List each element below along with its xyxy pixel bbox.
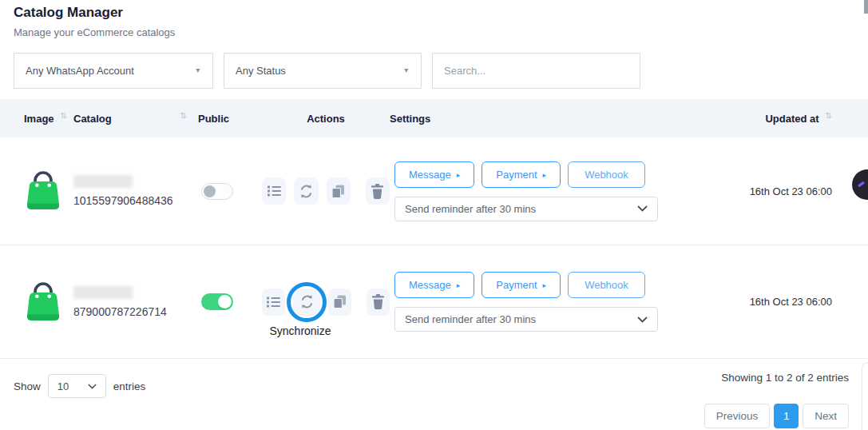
sort-icon[interactable]: ⇅: [61, 111, 67, 120]
settings-cell: Message ▸ Payment ▸ Webhook Send reminde…: [390, 161, 695, 221]
redacted-catalog-name: [73, 286, 133, 299]
public-toggle-off[interactable]: [201, 183, 233, 200]
search-input[interactable]: [433, 54, 640, 88]
page-title: Catalog Manager: [14, 5, 854, 21]
column-header-settings: Settings: [390, 113, 695, 125]
message-button[interactable]: Message ▸: [394, 161, 474, 188]
column-header-actions: Actions: [262, 113, 390, 125]
chevron-down-icon: [637, 205, 648, 212]
catalog-cell: 879000787226714: [73, 286, 198, 318]
toggle-knob: [204, 185, 216, 197]
duplicate-button[interactable]: [328, 289, 351, 316]
pagination: Previous 1 Next: [704, 404, 849, 428]
table-row: 879000787226714: [0, 245, 868, 359]
payment-button[interactable]: Payment ▸: [482, 272, 561, 298]
show-entries: Show 10 entries: [14, 374, 145, 398]
details-button[interactable]: [262, 177, 286, 205]
whatsapp-account-select[interactable]: Any WhatsApp Account ▼: [14, 53, 213, 89]
public-toggle-on[interactable]: [201, 293, 233, 310]
scrollbar-thumb[interactable]: [864, 0, 868, 14]
public-cell: [198, 293, 262, 310]
webhook-button[interactable]: Webhook: [568, 161, 645, 188]
shopping-bag-icon: [24, 168, 62, 214]
caret-down-icon: ▼: [403, 67, 410, 75]
caret-down-icon: ▼: [195, 67, 202, 75]
next-page-button[interactable]: Next: [803, 404, 849, 428]
catalog-id: 1015597906488436: [73, 194, 198, 207]
reminder-select[interactable]: Send reminder after 30 mins: [394, 307, 658, 332]
updated-at-cell: 16th Oct 23 06:00: [695, 185, 832, 197]
settings-buttons: Message ▸ Payment ▸ Webhook: [394, 161, 695, 188]
page-header: Catalog Manager Manage your eCommerce ca…: [0, 0, 868, 38]
chevron-down-icon: [637, 317, 648, 323]
page-size-value: 10: [57, 380, 69, 392]
sort-icon[interactable]: ⇅: [826, 111, 832, 120]
duplicate-button[interactable]: [327, 177, 351, 205]
caret-right-icon: ▸: [457, 281, 461, 289]
chevron-down-icon: [88, 384, 97, 389]
reminder-select[interactable]: Send reminder after 30 mins: [394, 197, 658, 221]
catalog-cell: 1015597906488436: [73, 175, 198, 207]
column-header-public: Public: [198, 113, 262, 125]
column-header-updated-at[interactable]: Updated at ⇅: [695, 113, 832, 125]
show-label: Show: [14, 380, 41, 392]
delete-button[interactable]: [367, 289, 390, 316]
table-footer: Show 10 entries Showing 1 to 2 of 2 entr…: [0, 359, 868, 428]
current-page-button[interactable]: 1: [774, 404, 799, 428]
catalog-id: 879000787226714: [73, 305, 198, 318]
settings-cell: Message ▸ Payment ▸ Webhook Send reminde…: [390, 272, 695, 332]
column-header-catalog[interactable]: Catalog ⇅: [73, 113, 198, 125]
actions-cell: [262, 177, 390, 205]
previous-page-button[interactable]: Previous: [704, 404, 771, 428]
page-size-select[interactable]: 10: [48, 374, 106, 398]
delete-button[interactable]: [366, 177, 390, 205]
table-header: Image ⇅ Catalog ⇅ Public Actions Setting…: [0, 99, 868, 137]
trash-icon: [371, 294, 385, 309]
message-button[interactable]: Message ▸: [394, 272, 474, 298]
caret-right-icon: ▸: [543, 281, 547, 289]
synchronize-tooltip: Synchronize: [252, 324, 348, 337]
page-subtitle: Manage your eCommerce catalogs: [14, 26, 854, 38]
status-select-value: Any Status: [236, 65, 286, 77]
catalog-image-cell: [24, 168, 73, 214]
redacted-catalog-name: [73, 175, 133, 188]
caret-right-icon: ▸: [457, 171, 461, 179]
updated-at-cell: 16th Oct 23 06:00: [695, 296, 832, 308]
column-header-image[interactable]: Image ⇅: [24, 113, 73, 125]
status-select[interactable]: Any Status ▼: [224, 53, 422, 89]
caret-right-icon: ▸: [543, 171, 547, 179]
footer-right: Showing 1 to 2 of 2 entries Previous 1 N…: [704, 369, 849, 428]
showing-text: Showing 1 to 2 of 2 entries: [721, 372, 849, 384]
copy-icon: [331, 185, 345, 198]
sort-icon[interactable]: ⇅: [180, 111, 187, 120]
synchronize-icon: [299, 184, 314, 199]
synchronize-button[interactable]: [294, 177, 318, 205]
floating-button-glyph: [858, 181, 865, 188]
shopping-bag-icon: [24, 279, 62, 325]
copy-icon: [333, 295, 347, 309]
settings-buttons: Message ▸ Payment ▸ Webhook: [394, 272, 695, 298]
actions-cell: Synchronize: [262, 289, 390, 316]
list-icon: [268, 185, 281, 197]
catalog-image-cell: [24, 279, 73, 325]
webhook-button[interactable]: Webhook: [568, 272, 645, 298]
trash-icon: [371, 184, 384, 199]
whatsapp-account-select-value: Any WhatsApp Account: [26, 65, 134, 77]
synchronize-button[interactable]: [293, 289, 320, 316]
filter-bar: Any WhatsApp Account ▼ Any Status ▼: [14, 53, 854, 89]
entries-label: entries: [113, 380, 146, 392]
search-box: [432, 53, 640, 89]
reminder-select-value: Send reminder after 30 mins: [405, 203, 536, 215]
reminder-select-value: Send reminder after 30 mins: [405, 313, 536, 325]
public-cell: [198, 183, 262, 200]
toggle-knob: [218, 295, 232, 309]
list-icon: [267, 297, 280, 308]
synchronize-icon: [299, 294, 315, 309]
side-panel-edge: [862, 362, 868, 430]
payment-button[interactable]: Payment ▸: [482, 161, 561, 188]
table-row: 1015597906488436: [0, 137, 868, 245]
details-button[interactable]: [262, 289, 285, 316]
